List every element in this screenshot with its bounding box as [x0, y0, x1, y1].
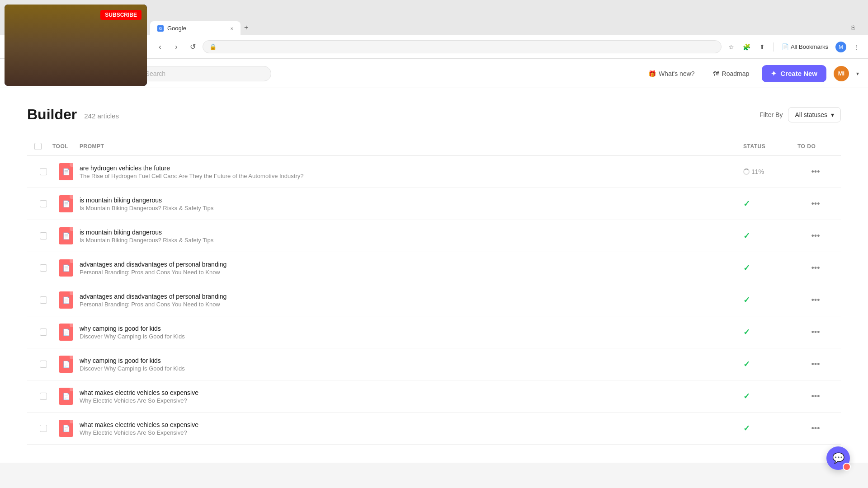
row-content[interactable]: are hydrogen vehicles the future The Ris… [80, 164, 743, 179]
todo-column-header: TO DO [797, 143, 834, 150]
subscribe-button[interactable]: SUBSCRIBE [100, 10, 142, 20]
search-bar[interactable]: 🔍 Search [127, 66, 271, 81]
row-content[interactable]: advantages and disadvantages of personal… [80, 293, 743, 308]
progress-percent: 11% [751, 168, 764, 175]
row-status: 11% [743, 168, 797, 175]
share-button[interactable]: ⬆ [756, 41, 769, 53]
create-new-button[interactable]: ✦ Create New [762, 65, 826, 82]
row-more-button[interactable]: ••• [808, 294, 824, 307]
row-more-button[interactable]: ••• [808, 197, 824, 211]
row-prompt: what makes electric vehicles so expensiv… [80, 389, 734, 396]
row-checkbox[interactable] [40, 393, 47, 400]
address-bar[interactable]: 🔒 [203, 40, 722, 53]
row-status: ✓ [743, 327, 797, 337]
row-title: Why Electric Vehicles Are So Expensive? [80, 429, 734, 436]
roadmap-button[interactable]: 🗺 Roadmap [708, 66, 755, 81]
table-rows-container: 📄 are hydrogen vehicles the future The R… [27, 156, 841, 445]
row-more-button[interactable]: ••• [808, 390, 824, 403]
tab-close-button[interactable]: × [231, 26, 233, 31]
forward-button[interactable]: › [170, 41, 183, 53]
roadmap-icon: 🗺 [713, 70, 719, 77]
row-checkbox[interactable] [40, 200, 47, 207]
articles-table: TOOL PROMPT STATUS TO DO 📄 are hydrogen … [27, 137, 841, 445]
row-icon-cell: 📄 [52, 259, 80, 277]
row-checkbox[interactable] [40, 232, 47, 239]
row-checkbox[interactable] [40, 361, 47, 368]
filter-value: All statuses [795, 111, 827, 118]
row-prompt: why camping is good for kids [80, 325, 734, 332]
document-icon: 📄 [59, 163, 73, 180]
row-status: ✓ [743, 199, 797, 209]
row-more-button[interactable]: ••• [808, 358, 824, 371]
row-actions: ••• [797, 390, 834, 403]
row-title: The Rise of Hydrogen Fuel Cell Cars: Are… [80, 173, 734, 179]
tool-column-header: TOOL [52, 143, 80, 150]
row-checkbox-cell [34, 200, 52, 207]
row-status: ✓ [743, 231, 797, 241]
row-actions: ••• [797, 230, 834, 243]
row-checkbox[interactable] [40, 296, 47, 304]
row-content[interactable]: is mountain biking dangerous Is Mountain… [80, 197, 743, 211]
all-bookmarks-section[interactable]: 📄 All Bookmarks [778, 42, 832, 52]
table-row: 📄 are hydrogen vehicles the future The R… [27, 156, 841, 188]
filter-dropdown[interactable]: All statuses ▾ [788, 107, 841, 122]
row-actions: ••• [797, 422, 834, 435]
select-all-checkbox[interactable] [34, 143, 42, 150]
chat-icon: 💬 [832, 452, 844, 464]
row-title: Discover Why Camping Is Good for Kids [80, 333, 734, 340]
chat-widget[interactable]: 💬 [826, 446, 850, 470]
browser-menu-button[interactable]: ⋮ [850, 41, 863, 53]
table-row: 📄 advantages and disadvantages of person… [27, 284, 841, 316]
status-column-header: STATUS [743, 143, 797, 150]
row-checkbox[interactable] [40, 264, 47, 272]
back-button[interactable]: ‹ [154, 41, 166, 53]
profile-button[interactable]: M [835, 41, 847, 53]
tab-favicon: G [157, 25, 164, 32]
row-more-button[interactable]: ••• [808, 262, 824, 275]
page-title: Builder [27, 106, 77, 123]
row-checkbox[interactable] [40, 168, 47, 175]
extensions-button[interactable]: 🧩 [741, 41, 753, 53]
row-more-button[interactable]: ••• [808, 422, 824, 435]
row-checkbox[interactable] [40, 425, 47, 432]
table-row: 📄 why camping is good for kids Discover … [27, 316, 841, 348]
whats-new-button[interactable]: 🎁 What's new? [643, 66, 700, 81]
status-check-icon: ✓ [743, 295, 750, 305]
user-avatar[interactable]: MI [834, 66, 849, 81]
bookmarks-icon: 📄 [782, 43, 789, 50]
row-content[interactable]: why camping is good for kids Discover Wh… [80, 357, 743, 372]
user-dropdown-arrow[interactable]: ▾ [856, 70, 859, 77]
whats-new-icon: 🎁 [648, 70, 656, 77]
row-content[interactable]: is mountain biking dangerous Is Mountain… [80, 229, 743, 244]
lock-icon: 🔒 [209, 43, 217, 50]
filter-section: Filter By All statuses ▾ [760, 107, 841, 122]
row-content[interactable]: why camping is good for kids Discover Wh… [80, 325, 743, 340]
row-icon-cell: 📄 [52, 324, 80, 341]
row-more-button[interactable]: ••• [808, 165, 824, 178]
new-tab-button[interactable]: + [241, 20, 252, 35]
sidebar-toggle-button[interactable]: ⎘ [846, 21, 859, 33]
row-checkbox-cell [34, 425, 52, 432]
row-actions: ••• [797, 165, 834, 178]
row-actions: ••• [797, 197, 834, 211]
row-checkbox-cell [34, 168, 52, 175]
row-prompt: are hydrogen vehicles the future [80, 164, 734, 172]
row-more-button[interactable]: ••• [808, 230, 824, 243]
bookmark-page-button[interactable]: ☆ [725, 41, 738, 53]
row-content[interactable]: what makes electric vehicles so expensiv… [80, 421, 743, 436]
row-content[interactable]: advantages and disadvantages of personal… [80, 261, 743, 276]
page-header: Builder 242 articles Filter By All statu… [27, 106, 841, 123]
video-content: SUBSCRIBE [5, 5, 147, 86]
row-prompt: advantages and disadvantages of personal… [80, 293, 734, 300]
document-icon: 📄 [59, 356, 73, 373]
active-tab[interactable]: G Google × [150, 21, 241, 35]
row-more-button[interactable]: ••• [808, 326, 824, 339]
row-status: ✓ [743, 359, 797, 369]
chat-toggle[interactable] [843, 463, 851, 471]
refresh-button[interactable]: ↺ [186, 41, 199, 53]
table-row: 📄 what makes electric vehicles so expens… [27, 380, 841, 413]
row-icon-cell: 📄 [52, 420, 80, 437]
row-checkbox[interactable] [40, 328, 47, 336]
roadmap-label: Roadmap [722, 70, 750, 77]
row-content[interactable]: what makes electric vehicles so expensiv… [80, 389, 743, 404]
